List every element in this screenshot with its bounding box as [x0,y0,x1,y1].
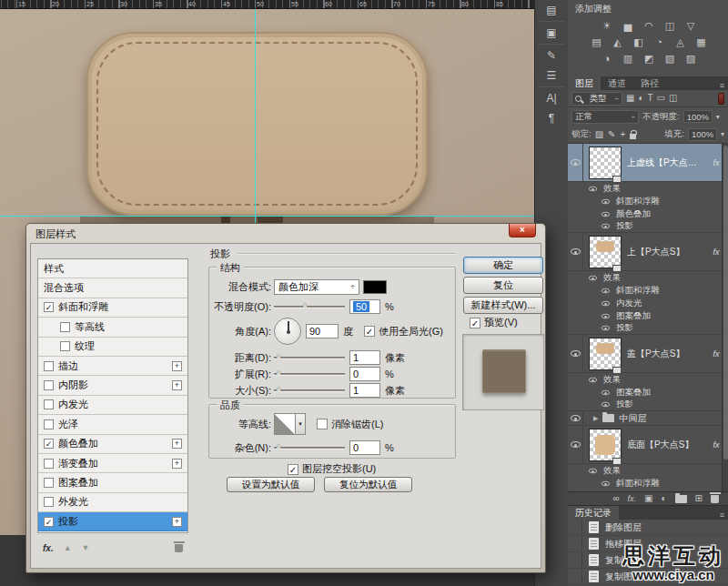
opacity-slider[interactable]: ▲ [274,301,345,312]
filter-adjustment-layers-icon[interactable]: ◐ [638,93,643,104]
layer-thumbnail[interactable] [589,236,622,268]
eye-icon[interactable] [571,441,581,448]
effect-row[interactable]: 投影 [568,322,728,335]
dropdown-arrow-icon[interactable]: ▾ [716,113,720,121]
add-instance-icon[interactable]: + [172,361,182,371]
checkbox-checked[interactable]: ✓ [44,517,54,527]
color-balance-icon[interactable]: ◭ [612,36,623,48]
new-layer-icon[interactable]: ⊞ [695,493,703,504]
visibility-cell[interactable] [568,335,583,372]
opacity-value[interactable]: 100% [683,110,713,123]
effect-row[interactable]: 图案叠加 [568,386,728,399]
visibility-cell[interactable] [568,233,583,270]
invert-icon[interactable]: ◑ [602,53,613,65]
slider-thumb[interactable]: ▲ [275,368,283,377]
global-light-checkbox[interactable]: ✓ [364,326,375,337]
layer-name[interactable]: 底面【P大点S】 [627,439,711,451]
layer-thumbnail[interactable] [589,146,622,179]
add-instance-icon[interactable]: + [172,517,182,527]
gradient-map-icon[interactable]: ▧ [664,53,676,65]
black-white-icon[interactable]: ◧ [632,36,644,48]
styles-item-bevel-emboss[interactable]: ✓斜面和浮雕 [38,298,187,318]
styles-item-outer-glow[interactable]: 外发光 [38,493,187,512]
history-source-cell[interactable] [568,536,582,551]
history-item[interactable]: 删除图层 [568,520,728,536]
noise-slider[interactable]: ▲ [274,442,345,453]
curves-icon[interactable]: ◠ [643,20,655,32]
tab-channels[interactable]: 通道 [601,76,633,90]
slider-thumb[interactable]: ▲ [275,351,283,360]
styles-item-styles[interactable]: 样式 [38,259,187,278]
filter-type-layers-icon[interactable]: T [648,93,653,104]
filter-pixel-layers-icon[interactable]: ▦ [626,93,634,104]
layer-thumbnail[interactable] [589,338,622,370]
checkbox[interactable] [44,459,54,469]
eye-icon[interactable] [589,275,597,279]
effect-row[interactable]: 颜色叠加 [568,207,728,220]
layers-scrollbar[interactable] [722,144,728,491]
contour-picker[interactable] [274,413,296,435]
styles-item-texture[interactable]: 纹理 [38,338,187,357]
brush-panel-icon[interactable]: ✎ [535,45,568,66]
effect-row[interactable]: 斜面和浮雕 [568,195,728,207]
effects-header-row[interactable]: 效果 [568,373,728,386]
checkbox-checked[interactable]: ✓ [44,302,54,312]
blend-mode-dropdown[interactable]: 正常 ÷ [571,110,639,124]
checkbox[interactable] [44,380,54,390]
reset-default-button[interactable]: 复位为默认值 [324,477,412,492]
filter-toggle-switch[interactable] [718,93,724,105]
distance-slider[interactable]: ▲ [274,352,345,363]
eye-icon[interactable] [571,415,581,421]
effects-header-row[interactable]: 效果 [568,464,728,477]
link-layers-icon[interactable]: ∞ [612,493,619,504]
move-up-icon[interactable]: ▲ [64,543,72,552]
shadow-angle-field[interactable]: 90 [306,324,339,338]
eye-icon[interactable] [571,248,581,255]
spread-slider[interactable]: ▲ [274,369,345,379]
eye-icon[interactable] [602,300,610,305]
styles-item-inner-shadow[interactable]: 内阴影+ [38,376,187,395]
visibility-cell[interactable] [568,426,583,463]
dropdown-arrow-icon[interactable]: ▾ [721,130,724,138]
size-slider[interactable]: ▲ [274,385,345,396]
add-instance-icon[interactable]: + [172,459,182,469]
delete-layer-icon[interactable] [711,495,719,503]
exposure-icon[interactable]: ◫ [664,20,676,32]
vibrance-icon[interactable]: ▽ [685,20,697,32]
new-style-button[interactable]: 新建样式(W)... [463,297,543,314]
character-panel-icon[interactable]: A| [535,88,568,108]
styles-item-color-overlay[interactable]: ✓颜色叠加+ [38,435,187,454]
eye-icon[interactable] [602,480,610,485]
checkbox[interactable] [44,399,54,409]
slider-thumb[interactable]: ▲ [275,384,283,393]
checkbox[interactable] [44,361,54,371]
properties-panel-icon[interactable]: ▣ [535,23,568,43]
fill-value[interactable]: 100% [688,128,717,141]
styles-item-stroke[interactable]: 描边+ [38,357,187,376]
noise-field[interactable]: 0 [349,440,380,455]
styles-item-gradient-overlay[interactable]: 渐变叠加+ [38,454,187,473]
effects-header-row[interactable]: 效果 [568,271,728,284]
styles-item-inner-glow[interactable]: 内发光 [38,396,187,415]
layer-group-row[interactable]: ▶ 中间层 [568,411,728,426]
eye-icon[interactable] [589,377,597,381]
filter-smart-object-icon[interactable]: ◫ [669,93,677,104]
checkbox[interactable] [44,419,54,429]
effect-row[interactable]: 斜面和浮雕 [568,284,728,297]
threshold-icon[interactable]: ◩ [643,53,655,65]
checkbox[interactable] [44,497,54,507]
eye-icon[interactable] [602,313,610,318]
delete-style-icon[interactable] [175,544,183,552]
eye-icon[interactable] [602,288,610,292]
contour-dropdown-icon[interactable]: ▾ [296,413,306,435]
ok-button[interactable]: 确定 [463,257,543,274]
reset-button[interactable]: 复位 [463,277,543,294]
channel-mixer-icon[interactable]: ◬ [674,36,686,48]
checkbox[interactable] [44,478,54,488]
layer-row-top-dashed[interactable]: 上虚线【P大点… fx ▴ [568,144,728,182]
styles-item-contour[interactable]: 等高线 [38,318,187,337]
visibility-cell[interactable] [568,144,583,181]
effect-row[interactable]: 投影 [568,220,728,233]
color-lookup-icon[interactable]: ▦ [695,36,707,48]
checkbox-checked[interactable]: ✓ [44,439,54,449]
